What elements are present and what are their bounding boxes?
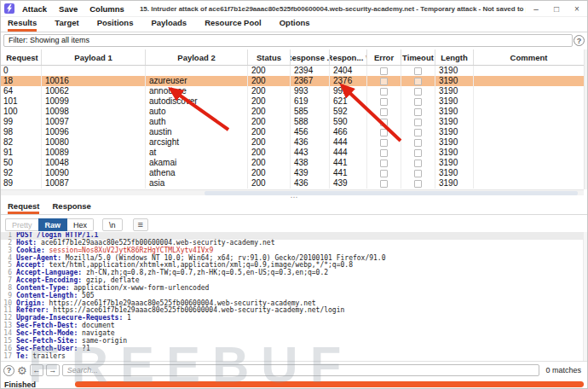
tab-response[interactable]: Response bbox=[52, 200, 90, 214]
timeout-checkbox[interactable] bbox=[414, 78, 422, 85]
cell-9 bbox=[474, 96, 584, 107]
column-header-timeout[interactable]: Timeout bbox=[401, 49, 435, 65]
menu-save[interactable]: Save bbox=[59, 4, 78, 14]
maximize-button[interactable]: □ bbox=[546, 4, 567, 14]
column-header-respon[interactable]: Respon...∨ bbox=[330, 49, 367, 65]
previous-match-button[interactable]: ← bbox=[30, 364, 43, 376]
error-checkbox[interactable] bbox=[380, 78, 388, 85]
cell-5: 991 bbox=[330, 86, 367, 96]
menu-columns[interactable]: Columns bbox=[89, 4, 124, 14]
tab-resource-pool[interactable]: Resource Pool bbox=[205, 16, 262, 32]
editor-menu-icon[interactable]: ≡ bbox=[133, 218, 148, 231]
error-checkbox[interactable] bbox=[380, 67, 388, 75]
table-row-request-99[interactable]: 9910097auth2005885903190 bbox=[1, 117, 584, 127]
error-checkbox[interactable] bbox=[380, 119, 388, 126]
timeout-checkbox[interactable] bbox=[414, 129, 422, 136]
tab-options[interactable]: Options bbox=[280, 16, 310, 32]
table-vertical-scrollbar[interactable] bbox=[584, 49, 588, 189]
timeout-checkbox[interactable] bbox=[414, 108, 422, 116]
search-input[interactable] bbox=[62, 364, 540, 376]
table-row-request-0[interactable]: 0200239424043190 bbox=[1, 66, 584, 76]
table-row-request-100[interactable]: 10010098auto2005855923190 bbox=[1, 107, 584, 117]
timeout-checkbox[interactable] bbox=[414, 88, 422, 96]
table-row-request-89[interactable]: 8910087asia2004364393190 bbox=[1, 178, 584, 189]
timeout-checkbox[interactable] bbox=[414, 98, 422, 106]
cell-0: 91 bbox=[1, 148, 42, 158]
cell-2: azureuser bbox=[146, 76, 248, 86]
menu-attack[interactable]: Attack bbox=[22, 4, 47, 14]
column-header-request[interactable]: Request bbox=[1, 49, 42, 65]
cell-3: 200 bbox=[248, 127, 291, 137]
next-match-button[interactable]: → bbox=[46, 364, 60, 376]
request-editor[interactable]: 1POST /login HTTP/1.12Host: ace61f7b1e29… bbox=[1, 232, 583, 361]
cell-5: 466 bbox=[330, 127, 367, 137]
intruder-attack-window: Attack Save Columns 15. Intruder attack … bbox=[0, 0, 588, 389]
table-row-request-64[interactable]: 6410062announce2009939913190 bbox=[1, 86, 584, 96]
timeout-checkbox[interactable] bbox=[414, 119, 422, 126]
column-header-error[interactable]: Error bbox=[367, 49, 401, 65]
filter-bar[interactable]: Filter: Showing all items bbox=[3, 34, 573, 47]
hex-button[interactable]: Hex bbox=[67, 218, 94, 231]
cell-2: at bbox=[146, 148, 248, 158]
editor-scrollbar[interactable] bbox=[583, 232, 588, 361]
error-checkbox[interactable] bbox=[380, 170, 388, 177]
timeout-checkbox[interactable] bbox=[414, 180, 422, 188]
cell-0: 64 bbox=[1, 86, 42, 96]
cell-7 bbox=[401, 137, 435, 148]
cell-8: 3190 bbox=[435, 96, 474, 107]
column-header-response[interactable]: Response ... bbox=[291, 49, 330, 65]
cell-8: 3190 bbox=[435, 168, 474, 178]
pretty-button[interactable]: Pretty bbox=[5, 218, 38, 231]
table-row-request-92[interactable]: 9210090athena2004394413190 bbox=[1, 168, 584, 178]
error-checkbox[interactable] bbox=[380, 180, 388, 188]
close-button[interactable]: × bbox=[567, 4, 587, 14]
tab-target[interactable]: Target bbox=[55, 16, 78, 32]
cell-9 bbox=[474, 168, 584, 178]
timeout-checkbox[interactable] bbox=[414, 160, 422, 167]
timeout-checkbox[interactable] bbox=[414, 67, 422, 75]
help-icon[interactable]: ? bbox=[3, 365, 14, 376]
error-checkbox[interactable] bbox=[380, 98, 388, 106]
error-checkbox[interactable] bbox=[380, 129, 388, 136]
column-header-payload-1[interactable]: Payload 1 bbox=[42, 49, 146, 65]
cell-6 bbox=[367, 158, 401, 168]
column-header-status[interactable]: Status bbox=[248, 49, 291, 65]
table-row-request-18[interactable]: 1810016azureuser200236723763190 bbox=[1, 76, 584, 86]
column-header-comment[interactable]: Comment bbox=[474, 49, 584, 65]
cell-4: 993 bbox=[291, 86, 330, 96]
table-row-request-50[interactable]: 5010048akamai2004384413190 bbox=[1, 158, 584, 168]
attack-status-bar: Finished bbox=[1, 379, 587, 389]
error-checkbox[interactable] bbox=[380, 108, 388, 116]
title-bar: Attack Save Columns 15. Intruder attack … bbox=[1, 1, 587, 17]
help-icon[interactable]: ? bbox=[574, 35, 585, 46]
tab-results[interactable]: Results bbox=[8, 16, 37, 32]
error-checkbox[interactable] bbox=[380, 149, 388, 157]
table-row-request-82[interactable]: 8210080arcsight2004364443190 bbox=[1, 137, 584, 148]
table-row-request-101[interactable]: 10110099autodiscover2006196213190 bbox=[1, 96, 584, 107]
cell-5: 439 bbox=[330, 178, 367, 189]
column-header-length[interactable]: Length bbox=[435, 49, 474, 65]
cell-4: 2394 bbox=[291, 66, 330, 76]
raw-button[interactable]: Raw bbox=[38, 218, 68, 231]
cell-0: 89 bbox=[1, 178, 42, 189]
attack-progress-fill bbox=[75, 381, 584, 387]
gear-icon[interactable]: ⚙ bbox=[17, 365, 27, 376]
column-header-payload-2[interactable]: Payload 2 bbox=[146, 49, 248, 65]
timeout-checkbox[interactable] bbox=[414, 149, 422, 157]
cell-3: 200 bbox=[248, 178, 291, 189]
show-newlines-button[interactable]: \n bbox=[102, 218, 123, 231]
timeout-checkbox[interactable] bbox=[414, 139, 422, 147]
cell-6 bbox=[367, 66, 401, 76]
error-checkbox[interactable] bbox=[380, 88, 388, 96]
table-row-request-98[interactable]: 9810096austin2004564663190 bbox=[1, 127, 584, 137]
minimize-button[interactable]: – bbox=[526, 4, 546, 14]
timeout-checkbox[interactable] bbox=[414, 170, 422, 177]
match-count: 0 matches bbox=[545, 366, 581, 374]
error-checkbox[interactable] bbox=[380, 160, 388, 167]
cell-1: 10062 bbox=[42, 86, 146, 96]
tab-positions[interactable]: Positions bbox=[97, 16, 134, 32]
tab-request[interactable]: Request bbox=[8, 200, 39, 214]
error-checkbox[interactable] bbox=[380, 139, 388, 147]
tab-payloads[interactable]: Payloads bbox=[151, 16, 187, 32]
table-row-request-91[interactable]: 9110089at2004434443190 bbox=[1, 148, 584, 158]
